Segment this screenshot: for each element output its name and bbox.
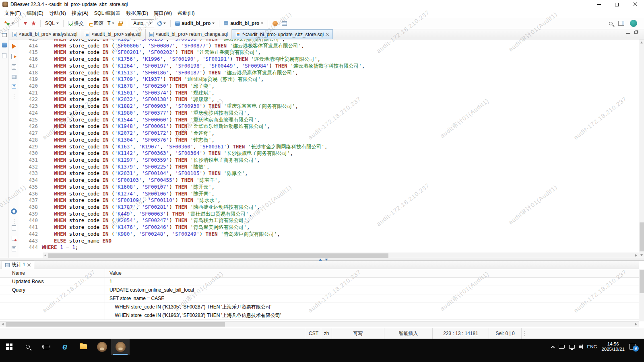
open-grid-button[interactable]	[12, 75, 17, 79]
column-header-value[interactable]: Value	[105, 270, 639, 276]
database-selector[interactable]: audit_bi_pro	[173, 19, 216, 27]
code-line[interactable]: 439 WHEN store_code IN ('K449', 'SF00063…	[19, 211, 639, 218]
internet-explorer-button[interactable]: e	[56, 339, 74, 355]
code-line[interactable]: 442 WHEN store_code IN ('K980', 'SF00248…	[19, 231, 639, 238]
transaction-log-button[interactable]: T	[106, 19, 116, 27]
results-vertical-scrollbar[interactable]	[639, 269, 644, 321]
schema-selector[interactable]: audit_bi_pro	[222, 19, 265, 27]
minimize-editor-button[interactable]	[626, 31, 630, 34]
code-line[interactable]: 429 WHEN store_code IN ('K163', 'K1907',…	[19, 144, 639, 150]
maximize-editor-button[interactable]	[634, 31, 638, 34]
menu-item[interactable]: 文件(F)	[2, 9, 24, 18]
menu-item[interactable]: 数据库(D)	[123, 9, 151, 18]
start-button[interactable]	[0, 339, 19, 355]
scroll-down-arrow[interactable]	[640, 254, 643, 256]
sql-dropdown-button[interactable]: SQL	[43, 19, 60, 27]
maximize-button[interactable]	[608, 0, 626, 9]
column-header-name[interactable]: Name	[0, 270, 105, 276]
scroll-right-arrow[interactable]	[635, 254, 637, 257]
projects-button[interactable]	[2, 53, 6, 58]
abort-button[interactable]	[30, 20, 37, 27]
code-line[interactable]: 413 WHEN store_code IN ('K162', 'SF00195…	[19, 39, 639, 43]
lock-button[interactable]	[117, 20, 124, 27]
language-indicator[interactable]: ENG	[587, 344, 597, 349]
execute-script-button[interactable]	[11, 54, 17, 59]
explain-plan-button[interactable]	[12, 64, 16, 70]
result-grid-button[interactable]	[280, 20, 289, 27]
code-line[interactable]: 427 WHEN store_code IN ('K2072', 'SF0017…	[19, 130, 639, 137]
network-button[interactable]	[569, 345, 575, 349]
result-row[interactable]: WHEN store_code IN ('K1963', 'SF00283') …	[0, 311, 639, 320]
tab-close-icon[interactable]	[326, 33, 329, 36]
code-line[interactable]: 422 WHEN store_code IN ('K2032', 'SF0013…	[19, 96, 639, 103]
code-line[interactable]: 425 WHEN store_code IN ('K1544', 'SF0006…	[19, 117, 639, 123]
editor-tab[interactable]: *<audit_bi_pro> update_sbz_store.sql	[232, 29, 333, 39]
scrollbar-thumb[interactable]	[640, 222, 644, 251]
commit-mode-combo[interactable]: Auto	[131, 19, 154, 27]
code-line[interactable]: 414 WHEN store_code IN ('SF00806', 'SF00…	[19, 43, 639, 49]
result-row[interactable]: Updated Rows1	[0, 278, 639, 286]
result-row[interactable]: QueryUPDATE custom_online_sale_bill_loca…	[0, 286, 639, 294]
code-line[interactable]: 423 WHEN store_code IN ('K1882', 'SF0090…	[19, 103, 639, 110]
statistics-tab[interactable]: 统计 1	[2, 261, 34, 269]
result-row[interactable]: WHEN store_code IN ('K1305', 'SF00287') …	[0, 303, 639, 311]
code-line[interactable]: 441 WHEN store_code IN ('K1476', 'SF0024…	[19, 224, 639, 231]
panel-sash[interactable]	[0, 258, 644, 261]
taskbar-clock[interactable]: 14:56 2025/10/21	[601, 341, 625, 352]
code-line[interactable]: 420 WHEN store_code IN ('K1678', 'SF0025…	[19, 83, 639, 90]
code-line[interactable]: 431 WHEN store_code IN ('K1297', 'SF0035…	[19, 157, 639, 164]
touch-keyboard-button[interactable]	[559, 345, 565, 349]
code-line[interactable]: 435 WHEN store_code IN ('K1608', 'SF0010…	[19, 184, 639, 191]
code-line[interactable]: 421 WHEN store_code IN ('K1501', 'SF0037…	[19, 90, 639, 97]
scrollbar-thumb[interactable]	[6, 322, 225, 327]
code-line[interactable]: 432 WHEN store_code IN ('K1379', 'SF0022…	[19, 164, 639, 171]
dbeaver-taskbar-button-active[interactable]	[111, 339, 130, 355]
scroll-left-arrow[interactable]	[44, 254, 46, 257]
refresh-button[interactable]	[156, 20, 167, 27]
result-row[interactable]: SET store_name = CASE	[0, 294, 639, 303]
code-line[interactable]: 426 WHEN store_code IN ('K1948', 'SF0006…	[19, 123, 639, 130]
rollback-button[interactable]: 回滚	[86, 19, 105, 28]
code-line[interactable]: 438 WHEN store_code IN ('K1787', 'SF0028…	[19, 204, 639, 211]
scrollbar-thumb[interactable]	[640, 270, 644, 293]
code-line[interactable]: 444WHERE 1 = 1;	[19, 244, 639, 251]
code-line[interactable]: 428 WHEN store_code IN ('K1304', 'SF0037…	[19, 137, 639, 144]
volume-button[interactable]	[579, 346, 583, 348]
fetch-next-button[interactable]	[22, 21, 29, 26]
code-line[interactable]: 437 WHEN store_code IN ('SF00109', 'SF00…	[19, 197, 639, 204]
menu-item[interactable]: 窗口(W)	[151, 9, 175, 18]
code-line[interactable]: 419 WHEN store_code IN ('K1709', 'K1937'…	[19, 76, 639, 83]
export-button[interactable]	[12, 84, 16, 88]
quick-search-button[interactable]	[609, 22, 613, 25]
code-line[interactable]: 436 WHEN store_code IN ('K1274', 'SF0010…	[19, 191, 639, 197]
editor-tab[interactable]: <audit_bi_pro> sale.sql	[81, 29, 145, 39]
editor-horizontal-scrollbar[interactable]	[43, 253, 639, 258]
script-file-error-button[interactable]	[12, 236, 16, 241]
scrollbar-thumb[interactable]	[48, 253, 388, 258]
code-line[interactable]: 433 WHEN store_code IN ('K2031', 'SF0010…	[19, 170, 639, 177]
close-button[interactable]	[626, 0, 644, 9]
menu-item[interactable]: 导航(N)	[46, 9, 69, 18]
code-line[interactable]: 418 WHEN store_code IN ('K1513', 'SF0018…	[19, 70, 639, 76]
code-line[interactable]: 440 WHEN store_code IN ('K2054', 'SF0024…	[19, 217, 639, 224]
code-line[interactable]: 434 WHEN store_code IN ('SF00103', 'SF00…	[19, 177, 639, 184]
editor-tab[interactable]: <audit_bi_pro> analysis.sql	[9, 29, 81, 39]
editor-vertical-scrollbar[interactable]	[639, 39, 644, 258]
file-explorer-button[interactable]	[74, 339, 93, 355]
execute-sql-button[interactable]	[12, 44, 16, 49]
script-grid-button[interactable]	[12, 246, 16, 251]
results-horizontal-scrollbar[interactable]	[0, 321, 639, 327]
transaction-mode-button[interactable]	[2, 19, 16, 28]
commit-button[interactable]: 提交	[66, 19, 85, 28]
menu-item[interactable]: 编辑(E)	[24, 9, 46, 18]
script-file-button[interactable]	[12, 225, 16, 230]
code-line[interactable]: 415 WHEN store_code IN ('SF00201', 'SF00…	[19, 49, 639, 56]
editor-tab[interactable]: <audit_bi_pro> return_change.sql	[146, 29, 232, 39]
database-navigator-button[interactable]	[2, 43, 7, 47]
code-line[interactable]: 424 WHEN store_code IN ('K1980', 'SF0037…	[19, 110, 639, 117]
action-center-button[interactable]: 9	[629, 344, 640, 350]
code-line[interactable]: 443 ELSE store_name END	[19, 238, 639, 245]
sql-editor[interactable]: 413 WHEN store_code IN ('K162', 'SF00195…	[19, 39, 639, 253]
menu-item[interactable]: SQL 编辑器	[91, 9, 124, 18]
taskbar-search-button[interactable]	[19, 339, 37, 355]
